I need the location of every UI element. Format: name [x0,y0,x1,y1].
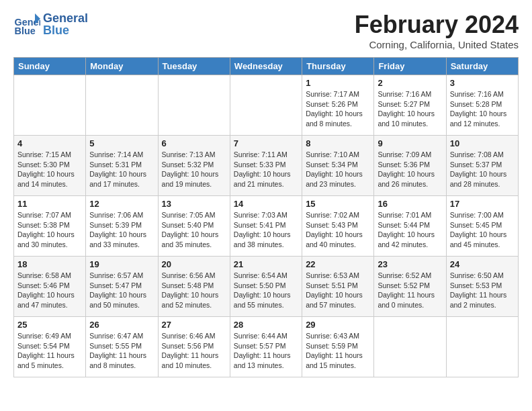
day-info: Sunrise: 7:16 AM Sunset: 5:27 PM Dayligh… [378,89,442,129]
day-info: Sunrise: 7:02 AM Sunset: 5:43 PM Dayligh… [306,210,370,250]
day-number: 19 [89,259,154,269]
month-title: February 2024 [355,11,519,39]
day-number: 3 [450,78,515,88]
calendar-cell: 18Sunrise: 6:58 AM Sunset: 5:46 PM Dayli… [14,257,86,317]
calendar-cell: 2Sunrise: 7:16 AM Sunset: 5:27 PM Daylig… [374,75,446,136]
day-info: Sunrise: 7:03 AM Sunset: 5:41 PM Dayligh… [234,210,298,250]
calendar-cell [374,317,446,377]
title-block: February 2024 Corning, California, Unite… [355,11,519,50]
col-header-friday: Friday [374,58,446,75]
day-info: Sunrise: 6:50 AM Sunset: 5:53 PM Dayligh… [450,271,515,310]
day-number: 6 [162,138,226,148]
day-info: Sunrise: 7:10 AM Sunset: 5:34 PM Dayligh… [306,150,370,189]
day-number: 2 [378,78,442,88]
day-number: 24 [450,259,515,269]
calendar-cell: 16Sunrise: 7:01 AM Sunset: 5:44 PM Dayli… [374,196,446,257]
day-number: 11 [17,199,82,209]
day-info: Sunrise: 7:16 AM Sunset: 5:28 PM Dayligh… [450,89,515,129]
calendar-cell: 25Sunrise: 6:49 AM Sunset: 5:54 PM Dayli… [14,317,86,377]
day-number: 14 [234,199,298,209]
calendar-cell: 28Sunrise: 6:44 AM Sunset: 5:57 PM Dayli… [230,317,302,377]
day-number: 15 [306,199,370,209]
day-info: Sunrise: 7:06 AM Sunset: 5:39 PM Dayligh… [89,210,154,250]
day-info: Sunrise: 7:09 AM Sunset: 5:36 PM Dayligh… [378,150,442,189]
day-number: 16 [378,199,442,209]
day-info: Sunrise: 7:01 AM Sunset: 5:44 PM Dayligh… [378,210,442,250]
calendar-cell: 1Sunrise: 7:17 AM Sunset: 5:26 PM Daylig… [302,75,374,136]
col-header-tuesday: Tuesday [158,58,230,75]
calendar-header-row: SundayMondayTuesdayWednesdayThursdayFrid… [14,58,519,75]
day-info: Sunrise: 7:05 AM Sunset: 5:40 PM Dayligh… [162,210,226,250]
day-number: 29 [306,320,370,330]
col-header-monday: Monday [86,58,158,75]
calendar-body: 1Sunrise: 7:17 AM Sunset: 5:26 PM Daylig… [14,75,519,377]
calendar-cell: 14Sunrise: 7:03 AM Sunset: 5:41 PM Dayli… [230,196,302,257]
calendar-cell [14,75,86,136]
day-info: Sunrise: 7:15 AM Sunset: 5:30 PM Dayligh… [17,150,82,189]
col-header-wednesday: Wednesday [230,58,302,75]
calendar-week-2: 4Sunrise: 7:15 AM Sunset: 5:30 PM Daylig… [14,136,519,196]
day-info: Sunrise: 6:43 AM Sunset: 5:59 PM Dayligh… [306,331,370,371]
day-info: Sunrise: 7:07 AM Sunset: 5:38 PM Dayligh… [17,210,82,250]
day-info: Sunrise: 7:00 AM Sunset: 5:45 PM Dayligh… [450,210,515,250]
calendar-cell: 15Sunrise: 7:02 AM Sunset: 5:43 PM Dayli… [302,196,374,257]
col-header-saturday: Saturday [446,58,518,75]
calendar-cell: 20Sunrise: 6:56 AM Sunset: 5:48 PM Dayli… [158,257,230,317]
calendar-cell: 27Sunrise: 6:46 AM Sunset: 5:56 PM Dayli… [158,317,230,377]
day-number: 8 [306,138,370,148]
day-number: 25 [17,320,82,330]
day-number: 26 [89,320,154,330]
calendar-cell [230,75,302,136]
logo: General Blue General Blue [13,11,88,38]
day-number: 13 [162,199,226,209]
calendar-cell: 9Sunrise: 7:09 AM Sunset: 5:36 PM Daylig… [374,136,446,196]
calendar-cell [158,75,230,136]
day-number: 10 [450,138,515,148]
day-number: 17 [450,199,515,209]
day-number: 22 [306,259,370,269]
calendar-cell: 24Sunrise: 6:50 AM Sunset: 5:53 PM Dayli… [446,257,518,317]
calendar-cell: 19Sunrise: 6:57 AM Sunset: 5:47 PM Dayli… [86,257,158,317]
calendar-cell: 29Sunrise: 6:43 AM Sunset: 5:59 PM Dayli… [302,317,374,377]
calendar-cell: 23Sunrise: 6:52 AM Sunset: 5:52 PM Dayli… [374,257,446,317]
day-number: 5 [89,138,154,148]
day-number: 23 [378,259,442,269]
calendar-cell: 3Sunrise: 7:16 AM Sunset: 5:28 PM Daylig… [446,75,518,136]
day-number: 4 [17,138,82,148]
page-header: General Blue General Blue February 2024 … [13,11,519,50]
day-number: 12 [89,199,154,209]
day-info: Sunrise: 6:44 AM Sunset: 5:57 PM Dayligh… [234,331,298,371]
calendar-cell: 22Sunrise: 6:53 AM Sunset: 5:51 PM Dayli… [302,257,374,317]
calendar-week-4: 18Sunrise: 6:58 AM Sunset: 5:46 PM Dayli… [14,257,519,317]
calendar-week-5: 25Sunrise: 6:49 AM Sunset: 5:54 PM Dayli… [14,317,519,377]
day-info: Sunrise: 7:08 AM Sunset: 5:37 PM Dayligh… [450,150,515,189]
calendar-cell: 17Sunrise: 7:00 AM Sunset: 5:45 PM Dayli… [446,196,518,257]
day-info: Sunrise: 6:52 AM Sunset: 5:52 PM Dayligh… [378,271,442,310]
day-number: 9 [378,138,442,148]
day-info: Sunrise: 7:11 AM Sunset: 5:33 PM Dayligh… [234,150,298,189]
col-header-thursday: Thursday [302,58,374,75]
logo-general-text: General [43,12,88,24]
calendar-cell: 10Sunrise: 7:08 AM Sunset: 5:37 PM Dayli… [446,136,518,196]
day-info: Sunrise: 6:53 AM Sunset: 5:51 PM Dayligh… [306,271,370,310]
day-number: 21 [234,259,298,269]
logo-icon: General Blue [13,11,40,38]
calendar-cell: 12Sunrise: 7:06 AM Sunset: 5:39 PM Dayli… [86,196,158,257]
calendar-cell: 26Sunrise: 6:47 AM Sunset: 5:55 PM Dayli… [86,317,158,377]
day-number: 20 [162,259,226,269]
day-info: Sunrise: 6:46 AM Sunset: 5:56 PM Dayligh… [162,331,226,371]
day-info: Sunrise: 7:17 AM Sunset: 5:26 PM Dayligh… [306,89,370,129]
calendar-cell: 21Sunrise: 6:54 AM Sunset: 5:50 PM Dayli… [230,257,302,317]
day-number: 7 [234,138,298,148]
col-header-sunday: Sunday [14,58,86,75]
calendar-week-3: 11Sunrise: 7:07 AM Sunset: 5:38 PM Dayli… [14,196,519,257]
day-info: Sunrise: 7:14 AM Sunset: 5:31 PM Dayligh… [89,150,154,189]
calendar-week-1: 1Sunrise: 7:17 AM Sunset: 5:26 PM Daylig… [14,75,519,136]
day-number: 27 [162,320,226,330]
svg-text:Blue: Blue [15,26,36,36]
logo-blue-text: Blue [43,24,88,36]
location: Corning, California, United States [355,39,519,50]
day-info: Sunrise: 6:47 AM Sunset: 5:55 PM Dayligh… [89,331,154,371]
day-info: Sunrise: 7:13 AM Sunset: 5:32 PM Dayligh… [162,150,226,189]
calendar-cell: 6Sunrise: 7:13 AM Sunset: 5:32 PM Daylig… [158,136,230,196]
